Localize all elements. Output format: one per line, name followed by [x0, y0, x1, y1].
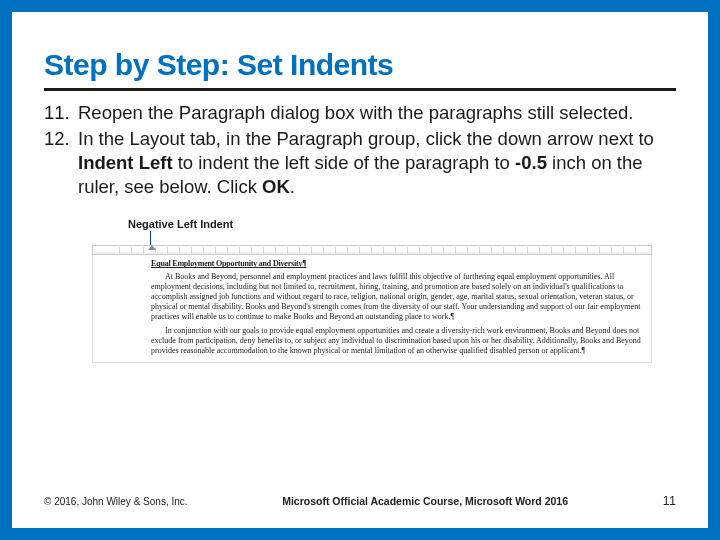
indent-marker-icon [148, 245, 156, 250]
slide-body: 11. Reopen the Paragraph dialog box with… [44, 101, 676, 363]
bold-term: Indent Left [78, 152, 173, 173]
step-number: 11. [44, 101, 78, 125]
footer-course: Microsoft Official Academic Course, Micr… [282, 495, 568, 507]
callout-line [150, 231, 151, 245]
step-list: 11. Reopen the Paragraph dialog box with… [44, 101, 676, 199]
doc-heading: Equal Employment Opportunity and Diversi… [151, 259, 645, 269]
step-text: Reopen the Paragraph dialog box with the… [78, 101, 676, 125]
ruler [92, 245, 652, 255]
footer-page-number: 11 [663, 494, 676, 508]
callout-label: Negative Left Indent [128, 217, 652, 231]
footer-copyright: © 2016, John Wiley & Sons, Inc. [44, 496, 188, 507]
bold-ok: OK [262, 176, 290, 197]
doc-paragraph: At Books and Beyond, personnel and emplo… [151, 272, 645, 322]
step-item: 12. In the Layout tab, in the Paragraph … [44, 127, 676, 199]
slide-title: Step by Step: Set Indents [44, 48, 676, 91]
slide: Step by Step: Set Indents 11. Reopen the… [12, 12, 708, 528]
step-item: 11. Reopen the Paragraph dialog box with… [44, 101, 676, 125]
step-text: In the Layout tab, in the Paragraph grou… [78, 127, 676, 199]
step-number: 12. [44, 127, 78, 199]
document-preview: Equal Employment Opportunity and Diversi… [92, 255, 652, 363]
figure: Negative Left Indent Equal Employment Op… [92, 217, 652, 363]
footer: © 2016, John Wiley & Sons, Inc. Microsof… [44, 494, 676, 508]
doc-paragraph: In conjunction with our goals to provide… [151, 326, 645, 356]
bold-value: -0.5 [515, 152, 547, 173]
